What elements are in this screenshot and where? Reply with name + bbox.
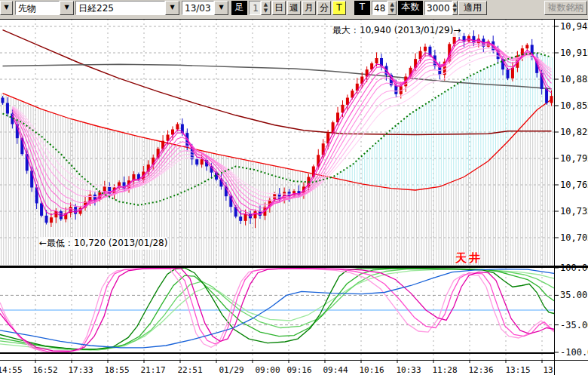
bar-type-toggle[interactable]: 足 — [231, 1, 247, 15]
period-week-button[interactable]: 週 — [287, 1, 301, 15]
svg-text:10,855: 10,855 — [560, 100, 588, 111]
svg-text:-35.00: -35.00 — [560, 320, 588, 330]
chevron-down-icon[interactable]: ▼ — [60, 1, 74, 15]
chevron-down-icon[interactable]: ▼ — [0, 1, 13, 15]
svg-text:-100.0: -100.0 — [560, 347, 588, 358]
svg-text:10,705: 10,705 — [560, 232, 588, 243]
period-month-button[interactable]: 月 — [302, 1, 316, 15]
bar-count-stepper[interactable]: 3000 ▲▼ — [424, 1, 455, 15]
chevron-down-icon[interactable]: ▼ — [165, 1, 179, 15]
rci-long-dark — [0, 268, 554, 349]
trading-app-window: ▼ 先物 ▼ 日経225 ▼ 13/03 ▼ 足 1 ▲▼ 日 週 月 分 T … — [0, 0, 588, 378]
x-axis-label: 16:52 — [32, 365, 57, 375]
max-price-annotation: 最大：10,940 (2013/01/29)→ — [332, 24, 461, 37]
x-axis-label: 13:15 — [505, 365, 530, 375]
x-axis-label: 09:16 — [286, 365, 311, 375]
instrument-select[interactable]: 先物 ▼ — [15, 1, 74, 15]
oscillator-layer — [0, 268, 554, 352]
x-axis-label: 10:16 — [359, 365, 384, 375]
spinner-arrows-icon[interactable]: ▲▼ — [261, 1, 271, 15]
x-axis-label: 09:00 — [255, 365, 280, 375]
svg-text:10,735: 10,735 — [560, 206, 588, 217]
spinner-arrows-icon[interactable]: ▲▼ — [387, 1, 397, 15]
x-axis-label: 12:36 — [468, 365, 493, 375]
ceiling-label: 天井 — [455, 251, 482, 266]
symbol-select-value: 日経225 — [75, 1, 165, 15]
x-axis-label: 17:33 — [68, 365, 93, 375]
min-price-annotation: ←最低：10,720 (2013/01/28) — [39, 237, 167, 250]
svg-text:10,825: 10,825 — [560, 127, 588, 137]
tick-size-stepper[interactable]: 48 ▲▼ — [372, 1, 397, 15]
x-axis-label: 22:51 — [177, 365, 202, 375]
period-day-button[interactable]: 日 — [272, 1, 286, 15]
x-axis-label: 14:55 — [0, 365, 23, 375]
toolbar: ▼ 先物 ▼ 日経225 ▼ 13/03 ▼ 足 1 ▲▼ 日 週 月 分 T … — [0, 0, 588, 19]
instrument-select-value: 先物 — [15, 1, 60, 15]
svg-text:10,795: 10,795 — [560, 153, 588, 164]
spinner-arrows-icon[interactable]: ▲▼ — [452, 1, 458, 15]
bar-interval-value: 1 — [249, 1, 261, 15]
tick-size-value: 48 — [372, 1, 387, 15]
price-chart[interactable]: 10,94510,91510,88510,85510,82510,79510,7… — [0, 0, 588, 378]
ma-long-gray — [3, 64, 552, 89]
svg-text:35.00: 35.00 — [560, 290, 587, 300]
svg-text:10,765: 10,765 — [560, 180, 588, 190]
rci-long-light — [0, 269, 554, 350]
bar-count-value: 3000 — [424, 1, 452, 15]
symbol-select[interactable]: 日経225 ▼ — [75, 1, 179, 15]
x-axis-label: 11:28 — [432, 365, 457, 375]
contract-month-value: 13/03 — [182, 1, 214, 15]
apply-button[interactable]: 適用 — [458, 1, 487, 15]
svg-text:10,915: 10,915 — [560, 48, 588, 58]
svg-text:10,945: 10,945 — [560, 21, 588, 32]
x-axis-label: 18:55 — [104, 365, 129, 375]
x-axis-label: 21:17 — [140, 365, 165, 375]
chevron-down-icon[interactable]: ▼ — [214, 1, 228, 15]
contract-month-select[interactable]: 13/03 ▼ — [182, 1, 228, 15]
bar-interval-stepper[interactable]: 1 ▲▼ — [249, 1, 271, 15]
x-axis-label: 13 — [543, 365, 553, 375]
x-axis-label: 10:33 — [396, 365, 421, 375]
bar-count-toggle[interactable]: 本数 — [398, 1, 423, 15]
svg-text:10,885: 10,885 — [560, 74, 588, 85]
rci-long-mid — [0, 269, 554, 350]
candles-layer[interactable] — [2, 30, 553, 228]
svg-text:100.00: 100.00 — [560, 263, 588, 273]
multi-symbol-button[interactable]: 複数銘柄 — [544, 1, 587, 15]
tick-mode-label[interactable]: T — [354, 1, 370, 15]
period-minute-button[interactable]: 分 — [317, 1, 331, 15]
x-axis-label: 01/29 — [219, 365, 243, 375]
x-axis-label: 09:44 — [323, 365, 348, 375]
period-tick-button-active[interactable]: T — [332, 1, 346, 15]
